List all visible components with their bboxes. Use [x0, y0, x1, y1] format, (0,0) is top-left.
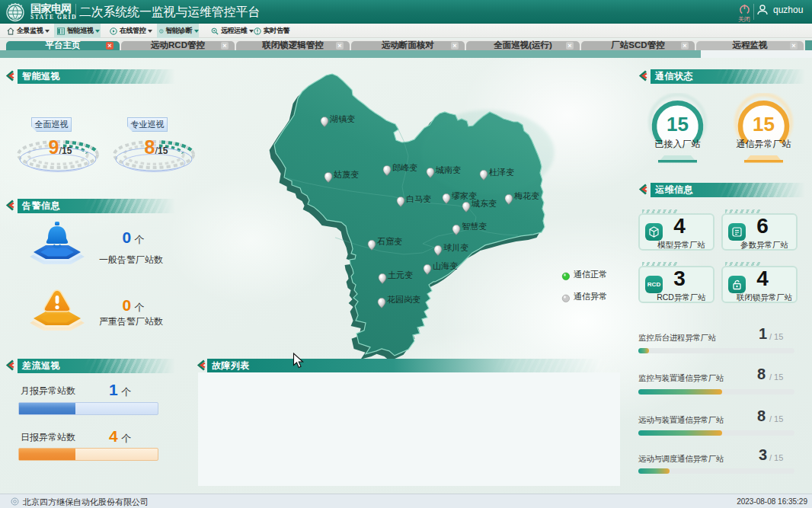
svg-text:姑蔑变: 姑蔑变	[333, 170, 359, 179]
svg-text:石窟变: 石窟变	[377, 237, 402, 246]
svg-text:通信正常: 通信正常	[574, 270, 607, 279]
svg-text:城东变: 城东变	[471, 199, 497, 208]
svg-text:郎峰变: 郎峰变	[392, 163, 417, 172]
svg-text:土元变: 土元变	[388, 270, 413, 280]
svg-text:花园岗变: 花园岗变	[387, 295, 420, 304]
svg-text:15: 15	[667, 113, 689, 136]
svg-text:杜泽变: 杜泽变	[488, 168, 514, 177]
svg-text:15: 15	[753, 113, 775, 136]
svg-text:湖镇变: 湖镇变	[329, 114, 355, 123]
svg-text:球川变: 球川变	[443, 243, 468, 252]
svg-text:智慧变: 智慧变	[462, 222, 487, 231]
svg-text:城南变: 城南变	[435, 165, 461, 174]
svg-text:白马变: 白马变	[406, 194, 431, 203]
svg-text:通信异常: 通信异常	[574, 292, 607, 301]
svg-text:缪家变: 缪家变	[452, 191, 477, 200]
svg-text:山海变: 山海变	[433, 261, 458, 270]
svg-text:梅花变: 梅花变	[513, 191, 539, 200]
